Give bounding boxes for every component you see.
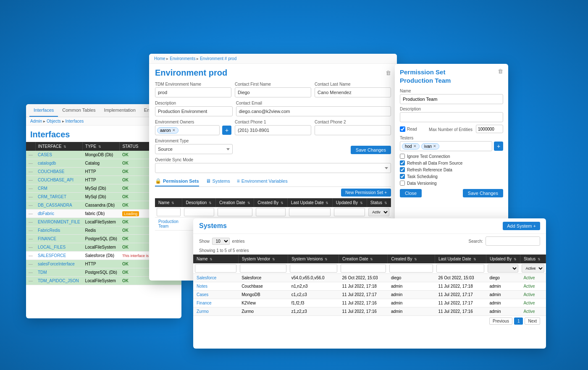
save-changes-button[interactable]: Save Changes (351, 146, 391, 154)
interface-name[interactable]: TDM_APIDOC_JSON (35, 277, 83, 285)
sys-filter-updated-by[interactable] (488, 264, 518, 273)
col-sys-updated-by[interactable]: Updated By ⇅ (486, 255, 520, 263)
perm-filter-desc[interactable] (182, 207, 216, 218)
col-perm-created-by[interactable]: Created By ⇅ (254, 198, 288, 207)
col-perm-created[interactable]: Creation Date ⇅ (216, 198, 254, 207)
owners-field[interactable]: aaron ✕ (155, 125, 220, 135)
sys-filter-last-update[interactable] (436, 264, 484, 273)
breadcrumb-admin[interactable]: Admin (30, 119, 42, 123)
perm-name-link[interactable]: Production Team (158, 219, 178, 228)
breadcrumb-objects[interactable]: Objects (47, 119, 61, 123)
tdm-name-input[interactable] (155, 87, 231, 97)
bc-home[interactable]: Home (154, 56, 165, 61)
col-perm-updated[interactable]: Last Update Date ⇅ (287, 198, 332, 207)
testers-field[interactable]: hod ✕ ivan ✕ (400, 141, 492, 151)
col-perm-updated-by[interactable]: Updated By ⇅ (332, 198, 367, 207)
perm-checkbox-4[interactable] (400, 181, 405, 186)
interface-name[interactable]: CASES (35, 151, 83, 159)
perm-filter-updated[interactable] (287, 207, 332, 218)
interface-name[interactable]: DB_CASSANDRA (35, 201, 83, 210)
close-button[interactable]: Close (400, 189, 422, 197)
perm-filter-status[interactable]: Active (367, 207, 391, 218)
perm-save-changes-button[interactable]: Save Changes (463, 189, 503, 197)
col-sys-last-update[interactable]: Last Update Date ⇅ (435, 255, 486, 263)
read-checkbox[interactable] (400, 126, 405, 132)
next-page-button[interactable]: Next (525, 318, 540, 325)
col-sys-creation[interactable]: Creation Date ⇅ (339, 255, 388, 263)
perm-filter-created[interactable] (216, 207, 254, 218)
perm-filter-updated-by[interactable] (332, 207, 367, 218)
sys-filter-versions[interactable] (290, 264, 337, 273)
col-sys-vendor[interactable]: System Vendor ⇅ (238, 255, 288, 263)
env-type-select[interactable]: Source (155, 144, 233, 154)
interface-name[interactable]: CRM (35, 184, 83, 193)
sys-filter-created-by[interactable] (389, 264, 433, 273)
tab-implementation[interactable]: Implementation (100, 104, 140, 117)
entries-select[interactable]: 10 (212, 238, 230, 245)
sys-filter-creation[interactable] (341, 264, 386, 273)
perm-checkbox-0[interactable] (400, 154, 405, 159)
phone1-input[interactable] (235, 125, 311, 135)
col-sys-name[interactable]: Name ⇅ (193, 255, 238, 263)
contact-last-input[interactable] (315, 87, 391, 97)
sys-name-link[interactable]: Notes (197, 284, 207, 289)
filter-status-select[interactable]: Active (368, 208, 389, 216)
interface-name[interactable]: CRM_TARGET (35, 193, 83, 201)
col-perm-desc[interactable]: Description ⇅ (182, 198, 216, 207)
sys-name-link[interactable]: Finance (197, 301, 212, 305)
perm-checkbox-3[interactable] (400, 174, 405, 179)
interface-name[interactable]: TDM (35, 268, 83, 277)
col-perm-status[interactable]: Status ⇅ (367, 198, 391, 207)
interface-name[interactable]: SALESFORCE (35, 252, 83, 260)
remove-owner-aaron[interactable]: ✕ (172, 128, 176, 132)
col-sys-created-by[interactable]: Created By ⇅ (388, 255, 435, 263)
perm-checkbox-2[interactable] (400, 167, 405, 172)
filter-desc-input[interactable] (184, 208, 214, 216)
remove-tester-hod[interactable]: ✕ (413, 144, 417, 148)
interface-name[interactable]: LOCAL_FILES (35, 243, 83, 252)
sys-filter-vendor[interactable] (240, 264, 286, 273)
sys-filter-status[interactable]: Active (522, 264, 544, 273)
interface-name[interactable]: FabricRedis (35, 226, 83, 235)
description-input[interactable] (155, 106, 233, 116)
contact-first-input[interactable] (235, 87, 311, 97)
interface-name[interactable]: salesForceInterface (35, 260, 83, 268)
interface-name[interactable]: catalogdb (35, 159, 83, 168)
filter-updated-input[interactable] (289, 208, 331, 216)
filter-updated-by-input[interactable] (334, 208, 365, 216)
add-tester-button[interactable]: + (494, 142, 503, 151)
interface-name[interactable]: FINANCE (35, 235, 83, 243)
perm-name-input[interactable] (400, 94, 503, 104)
prev-page-button[interactable]: Previous (489, 318, 512, 325)
tab-permission-sets[interactable]: 🔒 Permission Sets (155, 176, 199, 186)
sys-name-link[interactable]: Zurmo (197, 309, 209, 314)
col-type[interactable]: TYPE ⇅ (83, 142, 120, 151)
phone2-input[interactable] (315, 125, 391, 135)
breadcrumb-interfaces[interactable]: Interfaces (65, 119, 84, 123)
add-owner-button[interactable]: + (222, 126, 231, 135)
remove-tester-ivan[interactable]: ✕ (433, 144, 436, 148)
col-interface[interactable]: INTERFACE ⇅ (35, 142, 83, 151)
col-sys-status[interactable]: Status ⇅ (520, 255, 546, 263)
sys-name-link[interactable]: Salesforce (197, 276, 216, 280)
tab-interfaces[interactable]: Interfaces (29, 104, 58, 117)
sys-filter-name[interactable] (195, 264, 236, 273)
sync-select[interactable] (155, 163, 391, 173)
perm-delete-icon[interactable]: 🗑 (498, 68, 503, 74)
new-permission-set-button[interactable]: New Permission Set + (341, 189, 391, 197)
filter-name-input[interactable] (157, 208, 181, 216)
perm-checkbox-1[interactable] (400, 160, 405, 165)
interface-name[interactable]: ENVIRONMENT_FILE (35, 218, 83, 226)
page-1-button[interactable]: 1 (514, 318, 523, 325)
max-entities-input[interactable] (476, 125, 503, 133)
tab-common-tables[interactable]: Common Tables (58, 104, 100, 117)
perm-filter-created-by[interactable] (254, 207, 288, 218)
tab-systems[interactable]: 🖥 Systems (206, 176, 230, 186)
filter-created-by-input[interactable] (256, 208, 286, 216)
contact-email-input[interactable] (236, 106, 391, 116)
perm-filter-name[interactable] (155, 207, 182, 218)
tab-env-variables[interactable]: ≡ Environment Variables (237, 176, 288, 186)
filter-created-input[interactable] (218, 208, 252, 216)
interface-name[interactable]: COUCHBASE (35, 168, 83, 176)
delete-icon[interactable]: 🗑 (386, 70, 391, 76)
